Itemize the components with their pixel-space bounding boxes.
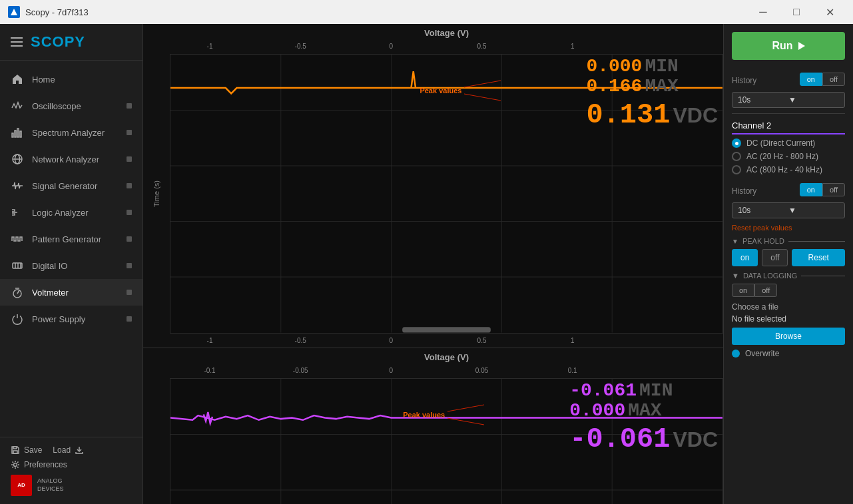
history2-off-btn[interactable]: off [822, 183, 845, 196]
log-off-btn[interactable]: off [754, 284, 777, 297]
window-title: Scopy - 7d7f313 [25, 7, 89, 17]
browse-button[interactable]: Browse [732, 328, 845, 345]
svg-text:1: 1 [571, 43, 575, 50]
history1-row: History on off [732, 69, 845, 89]
sidebar-item-logic[interactable]: Logic Analyzer [0, 199, 142, 226]
sidebar-header: SCOPY [0, 24, 142, 61]
network-icon [11, 152, 24, 166]
nav-indicator [127, 236, 132, 242]
chart1-body: Time (s) [143, 54, 723, 334]
sidebar-item-label: Oscilloscope [32, 101, 119, 111]
svg-text:-0.5: -0.5 [295, 43, 307, 50]
sidebar-item-label: Digital IO [32, 261, 119, 271]
play-icon [798, 42, 805, 50]
menu-icon[interactable] [11, 37, 23, 47]
run-button[interactable]: Run [732, 32, 845, 60]
svg-rect-2 [17, 128, 19, 137]
peak-hold-section: ▼ PEAK HOLD [732, 237, 845, 245]
nav-indicator [127, 183, 132, 188]
svg-line-37 [464, 94, 501, 101]
oscilloscope-icon [11, 99, 24, 113]
svg-text:-1: -1 [207, 337, 213, 344]
data-log-toggle[interactable]: on off [732, 284, 845, 297]
nav-indicator [127, 130, 132, 135]
chart2-title: Voltage (V) [143, 348, 723, 364]
svg-line-64 [447, 418, 484, 425]
chart2-panel: Voltage (V) -0.1 -0.05 0 0.05 0.1 Time (… [143, 348, 723, 505]
history2-row: History on off [732, 180, 845, 200]
sidebar-item-voltmeter[interactable]: Voltmeter [0, 279, 142, 306]
sidebar-item-label: Network Analyzer [32, 154, 119, 164]
dc-radio[interactable]: DC (Direct Current) [732, 138, 845, 148]
overwrite-dot [732, 350, 740, 358]
sidebar-item-oscilloscope[interactable]: Oscilloscope [0, 93, 142, 119]
analog-devices-logo: AD ANALOG DEVICES [11, 475, 132, 496]
svg-line-36 [464, 81, 501, 87]
svg-point-15 [14, 463, 17, 467]
minimize-button[interactable]: ─ [748, 0, 778, 24]
svg-text:-0.1: -0.1 [204, 367, 216, 374]
svg-text:1: 1 [571, 337, 575, 344]
dc-radio-circle [732, 138, 741, 148]
svg-text:-0.5: -0.5 [295, 337, 307, 344]
sidebar-item-signal[interactable]: Signal Generator [0, 172, 142, 199]
svg-rect-13 [13, 451, 17, 453]
data-log-section: ▼ DATA LOGGING [732, 272, 845, 280]
svg-text:0.5: 0.5 [477, 43, 487, 50]
history1-dropdown[interactable]: 10s ▼ [732, 92, 845, 108]
channel2-mode-group: DC (Direct Current) AC (20 Hz - 800 Hz) … [732, 138, 845, 174]
history1-toggle[interactable]: on off [800, 73, 845, 86]
reset-peak-link[interactable]: Reset peak values [732, 224, 845, 232]
svg-text:0: 0 [390, 367, 394, 374]
nav-indicator [127, 103, 132, 109]
sidebar-item-spectrum[interactable]: Spectrum Analyzer [0, 119, 142, 146]
app-body: SCOPY Home Oscilloscope Spectru [0, 24, 853, 504]
pattern-icon [11, 232, 24, 246]
peak-values-label-2: Peak values [403, 401, 487, 428]
chart2-x-ticks: -0.1 -0.05 0 0.05 0.1 [183, 364, 716, 378]
sidebar-footer: Save Load Preferences AD ANALOG DEVICES [0, 437, 142, 504]
peak-reset-btn[interactable]: Reset [792, 249, 845, 266]
right-panel: Run History on off 10s ▼ Channel 2 [723, 24, 853, 504]
footer-actions: Save Load [11, 445, 132, 455]
history2-on-btn[interactable]: on [800, 183, 822, 196]
peak-off-btn[interactable]: off [762, 249, 788, 266]
chart2-readings: Peak values -0.061 MIN 0.000 [569, 381, 718, 453]
scopy-logo: SCOPY [31, 33, 85, 51]
signal-icon [11, 179, 24, 192]
ac1-radio[interactable]: AC (20 Hz - 800 Hz) [732, 152, 845, 161]
ac2-radio[interactable]: AC (800 Hz - 40 kHz) [732, 165, 845, 174]
history1-on-btn[interactable]: on [800, 73, 822, 86]
load-button[interactable]: Load [53, 445, 84, 455]
sidebar-item-network[interactable]: Network Analyzer [0, 146, 142, 172]
svg-text:-0.05: -0.05 [293, 367, 308, 374]
history1-off-btn[interactable]: off [822, 73, 845, 86]
chart1-readings: Peak values 0.000 MIN 0.166 [586, 57, 718, 129]
nav-indicator [127, 210, 132, 215]
sidebar-item-pattern[interactable]: Pattern Generator [0, 226, 142, 252]
svg-rect-3 [20, 131, 21, 137]
chart1-title: Voltage (V) [143, 24, 723, 39]
chart1-panel: Voltage (V) -1 -0.5 0 0.5 1 Time (s) [143, 24, 723, 348]
maximize-button[interactable]: □ [781, 0, 812, 24]
preferences-button[interactable]: Preferences [11, 460, 132, 469]
history2-dropdown[interactable]: 10s ▼ [732, 202, 845, 218]
peak-values-label-1: Peak values [420, 77, 504, 104]
svg-rect-0 [12, 133, 13, 137]
svg-rect-1 [15, 130, 16, 137]
history2-toggle[interactable]: on off [800, 183, 845, 196]
save-button[interactable]: Save [11, 445, 42, 455]
logic-icon [11, 206, 24, 219]
sidebar-item-digital[interactable]: Digital IO [0, 252, 142, 279]
choose-file-label: Choose a file [732, 302, 845, 312]
sidebar-item-label: Power Supply [32, 314, 119, 324]
sidebar-item-power[interactable]: Power Supply [0, 306, 142, 332]
peak-on-btn[interactable]: on [732, 249, 758, 266]
sidebar-item-home[interactable]: Home [0, 66, 142, 93]
close-button[interactable]: ✕ [814, 0, 845, 24]
log-on-btn[interactable]: on [732, 284, 754, 297]
svg-text:-1: -1 [207, 43, 213, 50]
sidebar-item-label: Voltmeter [32, 288, 119, 298]
overwrite-row: Overwrite [732, 349, 845, 358]
sidebar-item-label: Spectrum Analyzer [32, 128, 119, 138]
